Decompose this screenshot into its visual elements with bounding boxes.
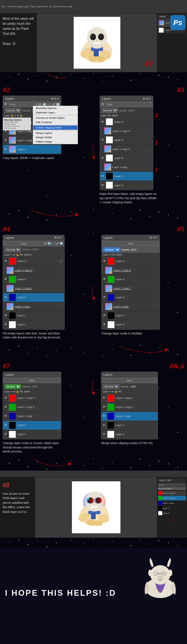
- layer-row-active[interactable]: 👁 Layer 1: [3, 145, 61, 154]
- layer-row[interactable]: 👁 Layer 1: [3, 311, 64, 320]
- layer-row-active[interactable]: 👁 Layer 1: [100, 172, 153, 181]
- layer-thumb: [107, 312, 115, 319]
- step2-instruction: Copy layers. [RMB -> Duplicate Layer]: [3, 156, 61, 160]
- star-section1: [0, 72, 187, 82]
- layer-thumb: [106, 118, 113, 125]
- layer-row[interactable]: Layer 1 copy 2: [100, 145, 153, 154]
- arrow-section2: [0, 343, 187, 358]
- layer-row[interactable]: Layer 1 copy 2: [3, 284, 64, 293]
- layer-row[interactable]: 👁 Layer 1 copy: [3, 412, 61, 421]
- layer-thumb: [9, 146, 16, 153]
- ps-topbar: Ps File Edit Image Layer Type Select Fil…: [0, 0, 187, 13]
- layer-row-active[interactable]: 👁 Layer 1: [3, 421, 61, 430]
- step2-badge: #2: [3, 86, 88, 94]
- blend-mode-select-3[interactable]: Normal: [101, 108, 118, 113]
- bottom-starfield: [0, 538, 187, 548]
- character-svg: [77, 19, 117, 66]
- layer-row[interactable]: 👁 Layer 5: [100, 154, 153, 163]
- layer-row[interactable]: 👁 Layer 1: [101, 421, 158, 430]
- layer-thumb: [106, 154, 113, 162]
- hope-text: I HOPE THIS HELPS! :D: [5, 588, 138, 598]
- layer-thumb: [106, 181, 113, 189]
- layer-thumb: [9, 321, 16, 328]
- layer-row[interactable]: 👁 Layer 2: [3, 430, 61, 439]
- step8-badge: #8: [3, 480, 32, 490]
- layer-thumb: [104, 127, 111, 135]
- layer-row[interactable]: 👁 Layer 1 copy 3: [101, 394, 158, 403]
- svg-marker-17: [92, 157, 95, 160]
- section8-canvas: [35, 477, 157, 538]
- layer-row[interactable]: Layer 1 copy 3: [102, 266, 160, 275]
- step6-instruction: Merge down clipping masks (CTRL+E): [101, 441, 158, 445]
- svg-point-9: [98, 34, 104, 40]
- layer-thumb-red: [9, 258, 16, 265]
- blend-options-popup: Blending Options Duplicate Layer... Dele…: [3, 117, 31, 130]
- step6-badge: #&,6: [101, 362, 184, 370]
- section23: #2 Layers ⊞ ⊟ ≡ 🔍 Kind ▾ ⌨ 🔤 ⊙ T 🔗 🔄 Nor…: [0, 82, 187, 208]
- section45: #4 Layers ⊞ ⊟ ≡ Kind ⌨ 🔤 ⊙ T 🔗 🔄 Normal …: [0, 221, 187, 343]
- blend-mode-multiply[interactable]: Multiply: [103, 247, 120, 252]
- layer-row[interactable]: Layer 1 copy: [3, 302, 64, 311]
- layer-row[interactable]: 👁 Layer 2: [101, 430, 158, 439]
- layers-panel-step7: Layers Kind Screen Opacity: 100% Lock: ✏…: [3, 372, 61, 439]
- blend-mode-screen[interactable]: Screen: [4, 384, 21, 389]
- layer-row[interactable]: Layer 1 copy: [100, 163, 153, 172]
- svg-point-7: [87, 27, 107, 49]
- arrow-67: [89, 362, 98, 454]
- arrow1: [40, 72, 74, 82]
- layer-thumb: [107, 321, 115, 328]
- blend-mode-normal-6[interactable]: Normal: [103, 384, 119, 389]
- layer-thumb: [6, 267, 14, 274]
- bottom-section: I HOPE THIS HELPS! :D: [0, 548, 187, 603]
- layer-row[interactable]: 👁 Layer 4: [3, 275, 64, 284]
- layer-row[interactable]: 👁 Layer 1 copy 2: [101, 403, 158, 412]
- layer-row[interactable]: 👁 Layer 1 copy 2: [3, 403, 61, 412]
- section67: #7 Layers Kind Screen Opacity: 100% Lock…: [0, 358, 187, 457]
- create-clipping-mask-item[interactable]: Create Clipping Mask: [33, 125, 78, 130]
- canvas-area: #1: [37, 13, 157, 72]
- layer-thumb: [107, 276, 115, 283]
- layers-panel-step5: Layers ⊞ ⊟ ≡ Kind Multiply Opacity: 100%…: [101, 235, 160, 330]
- step3-panel: #3 Layers ⊞ ⊟ ≡ 🔍 Kind Normal Opacity: 1…: [100, 86, 185, 205]
- svg-point-50: [159, 576, 161, 578]
- layer-row[interactable]: Layer 1 copy 2: [102, 284, 160, 293]
- layer-row[interactable]: 👁 Layer 2: [100, 181, 153, 190]
- layer-thumb-blue: [9, 294, 16, 301]
- layer-row[interactable]: 👁 Layer 2: [102, 320, 160, 329]
- layer-row[interactable]: 👁 Layer 3: [100, 117, 153, 126]
- layer-thumb: [6, 303, 14, 310]
- layer-row[interactable]: 👁 Layer 3: [102, 257, 160, 266]
- layer-row[interactable]: Layer 1 copy: [102, 302, 160, 311]
- layer-thumb-green: [9, 276, 16, 283]
- svg-marker-22: [68, 462, 72, 466]
- layer-row[interactable]: 👁 Layer 2: [3, 320, 64, 329]
- layer-row[interactable]: 👁 Layer 1: [102, 311, 160, 320]
- layer-row[interactable]: 👁 Layer 4: [100, 136, 153, 145]
- layer-row[interactable]: Layer 1 copy 3: [3, 266, 64, 275]
- context-menu: Blending Options... Duplicate Layer... C…: [33, 106, 78, 144]
- layer-thumb: [9, 137, 16, 144]
- step7-badge: #7: [3, 362, 86, 370]
- layer-row-active[interactable]: 👁 Layer 1 copy: [101, 412, 158, 421]
- layer-row[interactable]: 👁 Layer 4: [102, 275, 160, 284]
- layer-row[interactable]: 👁 Layer 5: [102, 293, 160, 302]
- svg-point-46: [150, 565, 170, 584]
- svg-point-30: [94, 521, 103, 526]
- svg-point-39: [97, 497, 102, 503]
- step7-instruction: Change layer mode to Screen. Black layer…: [3, 441, 61, 454]
- layer-row[interactable]: 👁 Layer 1 copy 3: [3, 394, 61, 403]
- layer-thumb: [107, 294, 115, 301]
- layer-row[interactable]: Layer 1 copy 3: [100, 126, 153, 136]
- layer-row[interactable]: 👁 Layer 3 🖌: [3, 257, 64, 266]
- svg-marker-18: [75, 213, 79, 216]
- svg-marker-19: [92, 297, 95, 301]
- layers-panel-step3: Layers ⊞ ⊟ ≡ 🔍 Kind Normal Opacity: 100%…: [100, 96, 153, 190]
- layer-thumb: [9, 431, 16, 438]
- hope-text-container: I HOPE THIS HELPS! :D: [5, 588, 138, 598]
- layer-row-active[interactable]: 👁 Layer 5: [3, 293, 64, 302]
- step5-instruction: Change layer mode to Multiply.: [101, 331, 160, 336]
- blend-mode-select[interactable]: Normal: [4, 108, 21, 113]
- layer-thumb: [9, 422, 16, 429]
- step6-panel: #&,6 Layers Kind Normal Opacity: —% Lock…: [101, 362, 184, 454]
- blend-mode-select-4[interactable]: Normal: [4, 247, 21, 252]
